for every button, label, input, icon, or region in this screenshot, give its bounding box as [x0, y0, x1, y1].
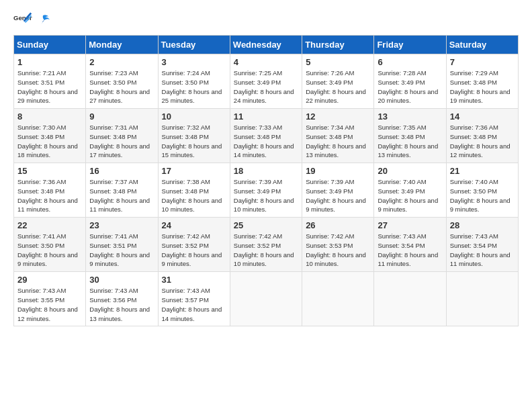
weekday-header-friday: Friday: [374, 36, 446, 54]
cell-info: Sunrise: 7:30 AM Sunset: 3:48 PM Dayligh…: [17, 123, 82, 160]
day-number: 30: [89, 275, 154, 285]
calendar-cell: 10Sunrise: 7:32 AM Sunset: 3:48 PM Dayli…: [158, 109, 230, 163]
calendar-cell: 16Sunrise: 7:37 AM Sunset: 3:48 PM Dayli…: [86, 163, 158, 218]
calendar-cell: 6Sunrise: 7:28 AM Sunset: 3:49 PM Daylig…: [374, 54, 446, 109]
day-number: 12: [306, 111, 370, 122]
cell-info: Sunrise: 7:36 AM Sunset: 3:48 PM Dayligh…: [450, 123, 515, 160]
logo-icon: General: [13, 11, 32, 30]
weekday-header-sunday: Sunday: [14, 36, 86, 54]
calendar-cell: 25Sunrise: 7:42 AM Sunset: 3:52 PM Dayli…: [230, 218, 302, 272]
day-number: 13: [378, 111, 442, 122]
cell-info: Sunrise: 7:26 AM Sunset: 3:49 PM Dayligh…: [306, 68, 370, 105]
calendar-cell: 14Sunrise: 7:36 AM Sunset: 3:48 PM Dayli…: [446, 109, 518, 163]
day-number: 7: [450, 57, 515, 67]
cell-info: Sunrise: 7:40 AM Sunset: 3:49 PM Dayligh…: [378, 177, 442, 214]
header: General: [13, 11, 519, 30]
calendar-cell: 18Sunrise: 7:39 AM Sunset: 3:49 PM Dayli…: [230, 163, 302, 218]
calendar-cell: 5Sunrise: 7:26 AM Sunset: 3:49 PM Daylig…: [302, 54, 374, 109]
calendar-cell: [446, 272, 518, 326]
cell-info: Sunrise: 7:42 AM Sunset: 3:52 PM Dayligh…: [234, 232, 298, 269]
day-number: 10: [162, 111, 226, 122]
calendar-cell: 3Sunrise: 7:24 AM Sunset: 3:50 PM Daylig…: [158, 54, 230, 109]
day-number: 21: [450, 166, 515, 176]
day-number: 26: [306, 220, 370, 230]
cell-info: Sunrise: 7:35 AM Sunset: 3:48 PM Dayligh…: [378, 123, 442, 160]
calendar-cell: 30Sunrise: 7:43 AM Sunset: 3:56 PM Dayli…: [86, 272, 158, 326]
day-number: 4: [234, 57, 298, 67]
calendar-cell: 26Sunrise: 7:42 AM Sunset: 3:53 PM Dayli…: [302, 218, 374, 272]
weekday-header-wednesday: Wednesday: [230, 36, 302, 54]
calendar-cell: 1Sunrise: 7:21 AM Sunset: 3:51 PM Daylig…: [14, 54, 86, 109]
cell-info: Sunrise: 7:23 AM Sunset: 3:50 PM Dayligh…: [89, 68, 154, 105]
logo: General: [13, 11, 51, 30]
calendar-cell: 23Sunrise: 7:41 AM Sunset: 3:51 PM Dayli…: [86, 218, 158, 272]
cell-info: Sunrise: 7:28 AM Sunset: 3:49 PM Dayligh…: [378, 68, 442, 105]
cell-info: Sunrise: 7:37 AM Sunset: 3:48 PM Dayligh…: [89, 177, 154, 214]
calendar-cell: 20Sunrise: 7:40 AM Sunset: 3:49 PM Dayli…: [374, 163, 446, 218]
day-number: 14: [450, 111, 515, 122]
day-number: 29: [17, 275, 82, 285]
cell-info: Sunrise: 7:41 AM Sunset: 3:50 PM Dayligh…: [17, 232, 82, 269]
day-number: 9: [89, 111, 154, 122]
page-container: General SundayMondayTuesdayWednesdayThur…: [0, 0, 532, 333]
calendar-cell: 24Sunrise: 7:42 AM Sunset: 3:52 PM Dayli…: [158, 218, 230, 272]
cell-info: Sunrise: 7:36 AM Sunset: 3:48 PM Dayligh…: [17, 177, 82, 214]
day-number: 22: [17, 220, 82, 230]
calendar-cell: 29Sunrise: 7:43 AM Sunset: 3:55 PM Dayli…: [14, 272, 86, 326]
cell-info: Sunrise: 7:43 AM Sunset: 3:56 PM Dayligh…: [89, 286, 154, 323]
logo-text: [35, 13, 51, 28]
day-number: 17: [162, 166, 226, 176]
calendar-week-row: 22Sunrise: 7:41 AM Sunset: 3:50 PM Dayli…: [14, 218, 519, 272]
cell-info: Sunrise: 7:40 AM Sunset: 3:50 PM Dayligh…: [450, 177, 515, 214]
day-number: 6: [378, 57, 442, 67]
weekday-header-saturday: Saturday: [446, 36, 518, 54]
cell-info: Sunrise: 7:34 AM Sunset: 3:48 PM Dayligh…: [306, 123, 370, 160]
calendar-cell: 12Sunrise: 7:34 AM Sunset: 3:48 PM Dayli…: [302, 109, 374, 163]
cell-info: Sunrise: 7:43 AM Sunset: 3:55 PM Dayligh…: [17, 286, 82, 323]
day-number: 31: [162, 275, 226, 285]
cell-info: Sunrise: 7:39 AM Sunset: 3:49 PM Dayligh…: [306, 177, 370, 214]
cell-info: Sunrise: 7:38 AM Sunset: 3:48 PM Dayligh…: [162, 177, 226, 214]
cell-info: Sunrise: 7:29 AM Sunset: 3:48 PM Dayligh…: [450, 68, 515, 105]
calendar-week-row: 8Sunrise: 7:30 AM Sunset: 3:48 PM Daylig…: [14, 109, 519, 163]
day-number: 1: [17, 57, 82, 67]
weekday-header-tuesday: Tuesday: [158, 36, 230, 54]
day-number: 20: [378, 166, 442, 176]
calendar-cell: 22Sunrise: 7:41 AM Sunset: 3:50 PM Dayli…: [14, 218, 86, 272]
calendar-cell: 19Sunrise: 7:39 AM Sunset: 3:49 PM Dayli…: [302, 163, 374, 218]
calendar-cell: 8Sunrise: 7:30 AM Sunset: 3:48 PM Daylig…: [14, 109, 86, 163]
day-number: 11: [234, 111, 298, 122]
calendar-week-row: 15Sunrise: 7:36 AM Sunset: 3:48 PM Dayli…: [14, 163, 519, 218]
cell-info: Sunrise: 7:41 AM Sunset: 3:51 PM Dayligh…: [89, 232, 154, 269]
day-number: 2: [89, 57, 154, 67]
calendar-week-row: 1Sunrise: 7:21 AM Sunset: 3:51 PM Daylig…: [14, 54, 519, 109]
day-number: 19: [306, 166, 370, 176]
day-number: 27: [378, 220, 442, 230]
day-number: 25: [234, 220, 298, 230]
day-number: 3: [162, 57, 226, 67]
weekday-header-monday: Monday: [86, 36, 158, 54]
cell-info: Sunrise: 7:25 AM Sunset: 3:49 PM Dayligh…: [234, 68, 298, 105]
cell-info: Sunrise: 7:43 AM Sunset: 3:54 PM Dayligh…: [378, 232, 442, 269]
calendar-cell: 4Sunrise: 7:25 AM Sunset: 3:49 PM Daylig…: [230, 54, 302, 109]
day-number: 16: [89, 166, 154, 176]
calendar-cell: 28Sunrise: 7:43 AM Sunset: 3:54 PM Dayli…: [446, 218, 518, 272]
cell-info: Sunrise: 7:24 AM Sunset: 3:50 PM Dayligh…: [162, 68, 226, 105]
calendar-cell: 27Sunrise: 7:43 AM Sunset: 3:54 PM Dayli…: [374, 218, 446, 272]
logo-bird-icon: [36, 13, 50, 28]
day-number: 15: [17, 166, 82, 176]
cell-info: Sunrise: 7:31 AM Sunset: 3:48 PM Dayligh…: [89, 123, 154, 160]
cell-info: Sunrise: 7:42 AM Sunset: 3:52 PM Dayligh…: [162, 232, 226, 269]
calendar-cell: 2Sunrise: 7:23 AM Sunset: 3:50 PM Daylig…: [86, 54, 158, 109]
calendar-cell: 15Sunrise: 7:36 AM Sunset: 3:48 PM Dayli…: [14, 163, 86, 218]
calendar-table: SundayMondayTuesdayWednesdayThursdayFrid…: [13, 35, 519, 326]
cell-info: Sunrise: 7:21 AM Sunset: 3:51 PM Dayligh…: [17, 68, 82, 105]
weekday-header-thursday: Thursday: [302, 36, 374, 54]
calendar-cell: 17Sunrise: 7:38 AM Sunset: 3:48 PM Dayli…: [158, 163, 230, 218]
cell-info: Sunrise: 7:33 AM Sunset: 3:48 PM Dayligh…: [234, 123, 298, 160]
day-number: 28: [450, 220, 515, 230]
calendar-cell: 21Sunrise: 7:40 AM Sunset: 3:50 PM Dayli…: [446, 163, 518, 218]
day-number: 18: [234, 166, 298, 176]
cell-info: Sunrise: 7:43 AM Sunset: 3:57 PM Dayligh…: [162, 286, 226, 323]
cell-info: Sunrise: 7:42 AM Sunset: 3:53 PM Dayligh…: [306, 232, 370, 269]
